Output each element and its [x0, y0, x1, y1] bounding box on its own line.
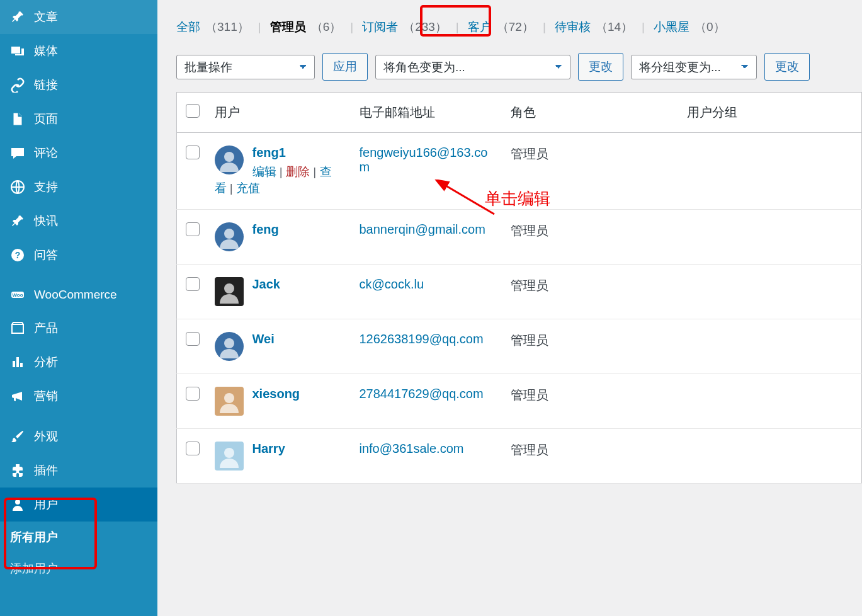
menu-news[interactable]: 快讯	[0, 204, 157, 238]
menu-woocommerce[interactable]: WooWooCommerce	[0, 278, 157, 311]
comment-icon	[10, 145, 25, 161]
email-link[interactable]: fengweiyu166@163.com	[360, 145, 488, 174]
menu-label: 问答	[34, 247, 58, 263]
row-checkbox[interactable]	[186, 222, 200, 236]
svg-text:?: ?	[15, 250, 21, 260]
link-icon	[10, 77, 25, 93]
change-role-button[interactable]: 更改	[578, 53, 623, 81]
action-recharge[interactable]: 充值	[236, 181, 260, 195]
avatar	[215, 442, 244, 471]
action-view[interactable]: 看	[215, 181, 227, 195]
tab-customer[interactable]: 客户	[468, 19, 492, 35]
col-group[interactable]: 用户分组	[681, 93, 862, 133]
help-icon: ?	[10, 248, 25, 263]
col-role[interactable]: 角色	[504, 93, 681, 133]
menu-links[interactable]: 链接	[0, 68, 157, 102]
username-link[interactable]: Wei	[252, 332, 275, 346]
table-row: Jackck@cock.lu管理员	[177, 265, 862, 319]
menu-label: 链接	[34, 77, 58, 93]
username-link[interactable]: feng	[252, 222, 279, 236]
email-link[interactable]: ck@cock.lu	[360, 277, 424, 291]
users-submenu: 所有用户 添加用户	[0, 522, 157, 585]
menu-analytics[interactable]: 分析	[0, 345, 157, 379]
megaphone-icon	[10, 389, 25, 404]
svg-point-6	[224, 152, 234, 162]
row-checkbox[interactable]	[186, 145, 200, 159]
role-cell: 管理员	[504, 133, 681, 210]
tab-admin[interactable]: 管理员	[270, 19, 306, 35]
brush-icon	[10, 429, 25, 444]
menu-users[interactable]: 用户	[0, 488, 157, 522]
menu-qa[interactable]: ?问答	[0, 238, 157, 272]
tab-pending[interactable]: 待审核	[555, 19, 591, 35]
apply-button[interactable]: 应用	[322, 53, 368, 81]
menu-posts[interactable]: 文章	[0, 0, 157, 34]
svg-text:Woo: Woo	[12, 292, 23, 298]
change-group-button[interactable]: 更改	[764, 53, 810, 81]
tab-count: （14）	[596, 19, 633, 35]
username-link[interactable]: Jack	[252, 277, 281, 291]
avatar	[215, 277, 244, 306]
row-checkbox[interactable]	[186, 277, 200, 291]
plugin-icon	[10, 463, 25, 478]
tab-count: （6）	[311, 19, 342, 35]
submenu-add-user[interactable]: 添加用户	[0, 553, 157, 585]
change-group-select[interactable]: 将分组变更为...	[631, 55, 757, 79]
svg-point-7	[224, 229, 234, 239]
username-link[interactable]: Harry	[252, 442, 285, 455]
menu-support[interactable]: 支持	[0, 170, 157, 204]
tab-all[interactable]: 全部	[176, 19, 200, 35]
role-cell: 管理员	[504, 319, 681, 374]
table-row: feng1编辑 | 删除 | 查看 | 充值fengweiyu166@163.c…	[177, 133, 862, 210]
menu-products[interactable]: 产品	[0, 311, 157, 345]
email-link[interactable]: 2784417629@qq.com	[360, 387, 484, 401]
tab-blacklist[interactable]: 小黑屋	[654, 19, 689, 35]
menu-pages[interactable]: 页面	[0, 102, 157, 136]
change-role-select[interactable]: 将角色变更为...	[375, 55, 570, 79]
row-checkbox[interactable]	[186, 442, 200, 455]
menu-label: 外观	[34, 428, 58, 445]
action-delete[interactable]: 删除	[286, 165, 310, 178]
svg-point-8	[224, 283, 234, 294]
main-content: 全部（311） | 管理员（6） | 订阅者（233） | 客户（72） | 待…	[157, 0, 862, 616]
tab-count: （0）	[695, 19, 725, 35]
role-cell: 管理员	[504, 265, 681, 319]
menu-marketing[interactable]: 营销	[0, 379, 157, 413]
email-link[interactable]: bannerqin@gmail.com	[360, 222, 485, 236]
group-cell	[681, 265, 862, 319]
select-all-checkbox[interactable]	[186, 104, 200, 118]
group-cell	[681, 319, 862, 374]
pin-icon	[10, 9, 25, 25]
username-link[interactable]: xiesong	[252, 387, 300, 401]
group-cell	[681, 133, 862, 210]
filter-tabs: 全部（311） | 管理员（6） | 订阅者（233） | 客户（72） | 待…	[176, 19, 862, 35]
tab-subscriber[interactable]: 订阅者	[362, 19, 398, 35]
toolbar: 批量操作 应用 将角色变更为... 更改 将分组变更为... 更改	[176, 53, 862, 81]
row-checkbox[interactable]	[186, 387, 200, 401]
menu-label: 插件	[34, 462, 58, 479]
role-cell: 管理员	[504, 374, 681, 429]
pin-icon	[10, 214, 25, 229]
svg-point-5	[15, 499, 20, 505]
bulk-action-select[interactable]: 批量操作	[176, 55, 315, 79]
menu-media[interactable]: 媒体	[0, 34, 157, 68]
menu-plugins[interactable]: 插件	[0, 453, 157, 488]
menu-label: 分析	[34, 354, 58, 370]
row-checkbox[interactable]	[186, 332, 200, 346]
col-user[interactable]: 用户	[208, 93, 353, 133]
action-view[interactable]: 查	[320, 165, 332, 178]
menu-label: 媒体	[34, 43, 58, 59]
menu-comments[interactable]: 评论	[0, 136, 157, 170]
menu-appearance[interactable]: 外观	[0, 419, 157, 453]
col-email[interactable]: 电子邮箱地址	[353, 93, 504, 133]
submenu-all-users[interactable]: 所有用户	[0, 522, 157, 553]
svg-point-10	[224, 393, 234, 403]
email-link[interactable]: 1262638199@qq.com	[360, 332, 484, 346]
username-link[interactable]: feng1	[252, 145, 286, 159]
menu-label: 评论	[34, 145, 58, 161]
table-row: xiesong2784417629@qq.com管理员	[177, 374, 862, 429]
email-link[interactable]: info@361sale.com	[360, 442, 464, 455]
avatar	[215, 387, 244, 416]
table-row: fengbannerqin@gmail.com管理员	[177, 210, 862, 265]
action-edit[interactable]: 编辑	[252, 165, 276, 178]
